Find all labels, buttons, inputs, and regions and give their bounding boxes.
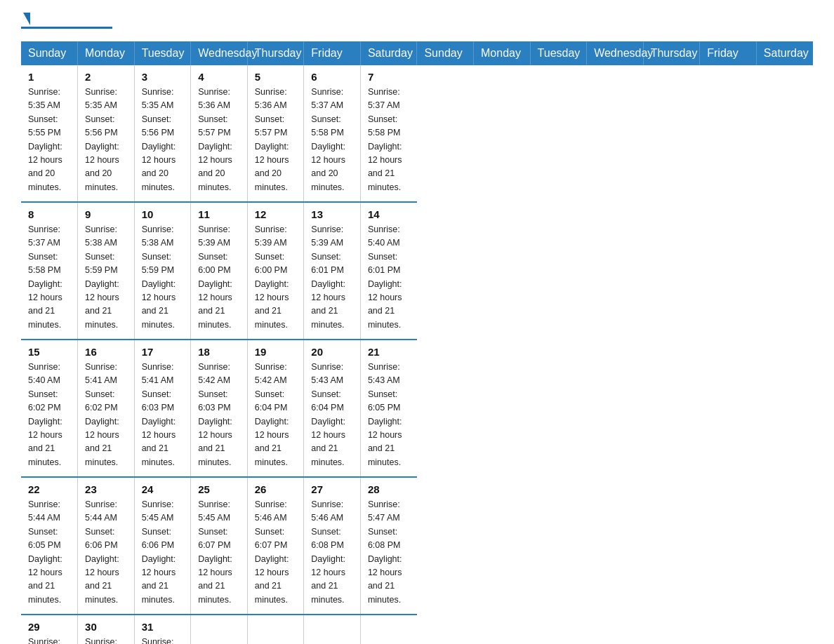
day-info: Sunrise: 5:43 AMSunset: 6:04 PMDaylight:… [311,361,353,469]
calendar-cell: 26Sunrise: 5:46 AMSunset: 6:07 PMDayligh… [247,477,304,615]
header-thursday: Thursday [643,41,700,65]
calendar-week-row: 29Sunrise: 5:47 AMSunset: 6:09 PMDayligh… [21,615,813,644]
calendar-cell: 6Sunrise: 5:37 AMSunset: 5:58 PMDaylight… [304,65,361,202]
calendar-cell: 10Sunrise: 5:38 AMSunset: 5:59 PMDayligh… [134,202,191,340]
day-number: 30 [85,621,127,633]
header-sunday: Sunday [21,41,78,65]
day-number: 25 [198,483,240,495]
day-number: 2 [85,71,127,83]
calendar-header-row: SundayMondayTuesdayWednesdayThursdayFrid… [21,41,813,65]
day-info: Sunrise: 5:40 AMSunset: 6:02 PMDaylight:… [28,361,70,469]
day-info: Sunrise: 5:45 AMSunset: 6:06 PMDaylight:… [142,498,184,607]
calendar-cell: 19Sunrise: 5:42 AMSunset: 6:04 PMDayligh… [247,340,304,477]
calendar-cell: 30Sunrise: 5:48 AMSunset: 6:09 PMDayligh… [78,615,135,644]
day-number: 12 [255,208,297,220]
logo [21,14,112,29]
day-number: 4 [198,71,240,83]
header-saturday: Saturday [756,41,813,65]
calendar-cell: 18Sunrise: 5:42 AMSunset: 6:03 PMDayligh… [191,340,248,477]
calendar-cell: 9Sunrise: 5:38 AMSunset: 5:59 PMDaylight… [78,202,135,340]
day-info: Sunrise: 5:43 AMSunset: 6:05 PMDaylight:… [368,361,410,469]
day-info: Sunrise: 5:36 AMSunset: 5:57 PMDaylight:… [198,86,240,194]
calendar-cell: 15Sunrise: 5:40 AMSunset: 6:02 PMDayligh… [21,340,78,477]
header-tuesday: Tuesday [134,41,191,65]
calendar-cell: 2Sunrise: 5:35 AMSunset: 5:56 PMDaylight… [78,65,135,202]
calendar-cell: 11Sunrise: 5:39 AMSunset: 6:00 PMDayligh… [191,202,248,340]
calendar-cell [304,615,361,644]
logo-blue-part [21,14,30,25]
day-number: 20 [311,346,353,358]
calendar-cell: 14Sunrise: 5:40 AMSunset: 6:01 PMDayligh… [360,202,417,340]
header-thursday: Thursday [247,41,304,65]
day-info: Sunrise: 5:47 AMSunset: 6:08 PMDaylight:… [368,498,410,607]
day-info: Sunrise: 5:42 AMSunset: 6:03 PMDaylight:… [198,361,240,469]
day-number: 14 [368,208,410,220]
calendar-cell [247,615,304,644]
day-info: Sunrise: 5:48 AMSunset: 6:09 PMDaylight:… [85,636,127,644]
calendar-week-row: 1Sunrise: 5:35 AMSunset: 5:55 PMDaylight… [21,65,813,202]
day-number: 10 [142,208,184,220]
day-info: Sunrise: 5:45 AMSunset: 6:07 PMDaylight:… [198,498,240,607]
header-saturday: Saturday [360,41,417,65]
day-number: 17 [142,346,184,358]
calendar-cell: 22Sunrise: 5:44 AMSunset: 6:05 PMDayligh… [21,477,78,615]
calendar-cell: 3Sunrise: 5:35 AMSunset: 5:56 PMDaylight… [134,65,191,202]
day-info: Sunrise: 5:40 AMSunset: 6:01 PMDaylight:… [368,223,410,332]
calendar-cell: 23Sunrise: 5:44 AMSunset: 6:06 PMDayligh… [78,477,135,615]
day-number: 18 [198,346,240,358]
day-info: Sunrise: 5:38 AMSunset: 5:59 PMDaylight:… [85,223,127,332]
day-info: Sunrise: 5:35 AMSunset: 5:55 PMDaylight:… [28,86,70,194]
day-info: Sunrise: 5:46 AMSunset: 6:08 PMDaylight:… [311,498,353,607]
calendar-cell: 12Sunrise: 5:39 AMSunset: 6:00 PMDayligh… [247,202,304,340]
day-info: Sunrise: 5:41 AMSunset: 6:03 PMDaylight:… [142,361,184,469]
day-info: Sunrise: 5:44 AMSunset: 6:06 PMDaylight:… [85,498,127,607]
header-monday: Monday [474,41,531,65]
day-info: Sunrise: 5:36 AMSunset: 5:57 PMDaylight:… [255,86,297,194]
day-number: 23 [85,483,127,495]
calendar-week-row: 22Sunrise: 5:44 AMSunset: 6:05 PMDayligh… [21,477,813,615]
day-number: 1 [28,71,70,83]
calendar-cell: 24Sunrise: 5:45 AMSunset: 6:06 PMDayligh… [134,477,191,615]
calendar-cell: 31Sunrise: 5:48 AMSunset: 6:10 PMDayligh… [134,615,191,644]
calendar-cell: 5Sunrise: 5:36 AMSunset: 5:57 PMDaylight… [247,65,304,202]
page-header [21,14,813,29]
day-number: 6 [311,71,353,83]
calendar-cell: 8Sunrise: 5:37 AMSunset: 5:58 PMDaylight… [21,202,78,340]
day-number: 8 [28,208,70,220]
logo-triangle-icon [23,13,30,25]
day-number: 31 [142,621,184,633]
day-info: Sunrise: 5:39 AMSunset: 6:01 PMDaylight:… [311,223,353,332]
logo-underline [21,27,112,29]
calendar-cell [191,615,248,644]
calendar-cell: 25Sunrise: 5:45 AMSunset: 6:07 PMDayligh… [191,477,248,615]
day-number: 28 [368,483,410,495]
day-info: Sunrise: 5:35 AMSunset: 5:56 PMDaylight:… [85,86,127,194]
calendar-cell: 13Sunrise: 5:39 AMSunset: 6:01 PMDayligh… [304,202,361,340]
calendar-week-row: 8Sunrise: 5:37 AMSunset: 5:58 PMDaylight… [21,202,813,340]
day-number: 5 [255,71,297,83]
day-info: Sunrise: 5:44 AMSunset: 6:05 PMDaylight:… [28,498,70,607]
calendar-cell: 16Sunrise: 5:41 AMSunset: 6:02 PMDayligh… [78,340,135,477]
day-number: 13 [311,208,353,220]
day-number: 11 [198,208,240,220]
day-info: Sunrise: 5:38 AMSunset: 5:59 PMDaylight:… [142,223,184,332]
day-number: 7 [368,71,410,83]
day-number: 9 [85,208,127,220]
header-wednesday: Wednesday [587,41,644,65]
calendar-cell: 17Sunrise: 5:41 AMSunset: 6:03 PMDayligh… [134,340,191,477]
calendar-cell: 4Sunrise: 5:36 AMSunset: 5:57 PMDaylight… [191,65,248,202]
calendar-cell: 20Sunrise: 5:43 AMSunset: 6:04 PMDayligh… [304,340,361,477]
day-number: 15 [28,346,70,358]
header-sunday: Sunday [417,41,474,65]
header-wednesday: Wednesday [191,41,248,65]
day-number: 29 [28,621,70,633]
calendar-cell: 7Sunrise: 5:37 AMSunset: 5:58 PMDaylight… [360,65,417,202]
day-info: Sunrise: 5:47 AMSunset: 6:09 PMDaylight:… [28,636,70,644]
calendar-cell: 21Sunrise: 5:43 AMSunset: 6:05 PMDayligh… [360,340,417,477]
calendar-cell: 1Sunrise: 5:35 AMSunset: 5:55 PMDaylight… [21,65,78,202]
day-number: 3 [142,71,184,83]
day-info: Sunrise: 5:37 AMSunset: 5:58 PMDaylight:… [311,86,353,194]
day-info: Sunrise: 5:37 AMSunset: 5:58 PMDaylight:… [368,86,410,194]
day-info: Sunrise: 5:35 AMSunset: 5:56 PMDaylight:… [142,86,184,194]
calendar-week-row: 15Sunrise: 5:40 AMSunset: 6:02 PMDayligh… [21,340,813,477]
